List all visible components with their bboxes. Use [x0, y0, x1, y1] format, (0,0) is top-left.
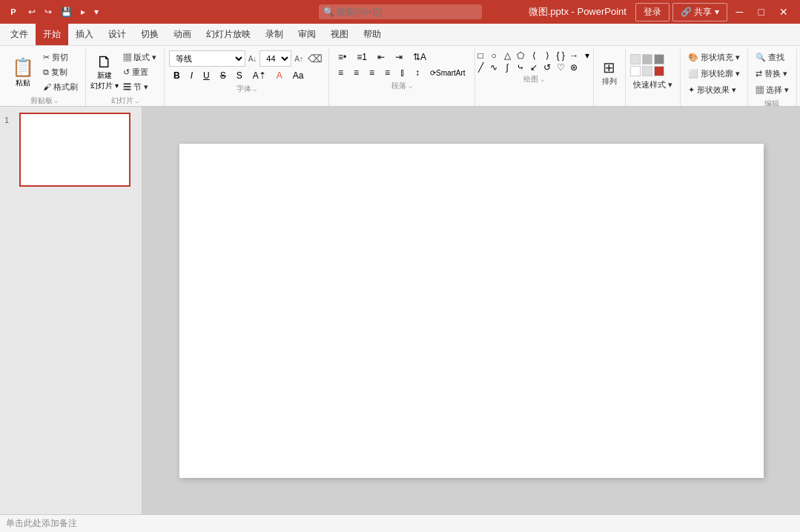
style-swatch-2[interactable]: [642, 54, 652, 64]
shape-elbow[interactable]: ↙: [528, 62, 540, 73]
menu-view[interactable]: 视图: [323, 24, 356, 45]
present-button[interactable]: ▸: [78, 5, 88, 19]
line-spacing-button[interactable]: ↕: [411, 66, 424, 79]
align-right-button[interactable]: ≡: [365, 66, 379, 79]
shape-freeform[interactable]: ∫: [501, 62, 513, 73]
style-swatch-5[interactable]: [642, 66, 652, 76]
align-center-button[interactable]: ≡: [349, 66, 363, 79]
style-swatch-4[interactable]: [630, 66, 641, 76]
font-label: 字体 ⌵: [169, 84, 324, 94]
close-button[interactable]: ✕: [773, 4, 794, 19]
clear-format-icon[interactable]: ⌫: [306, 53, 324, 64]
arrange-button[interactable]: ⊞ 排列: [598, 57, 621, 88]
strikethrough-button[interactable]: S: [216, 69, 231, 82]
shape-curve[interactable]: ∿: [488, 62, 500, 73]
underline-button[interactable]: U: [199, 69, 214, 82]
shape-custom[interactable]: ⊛: [568, 62, 580, 73]
shape-line[interactable]: ╱: [475, 62, 486, 73]
section-button[interactable]: ☰ 节 ▾: [120, 80, 159, 94]
smartart-convert-button[interactable]: ⟳SmartArt: [426, 67, 469, 79]
shape-outline-button[interactable]: ⬜ 形状轮廓 ▾: [685, 67, 743, 81]
paste-button[interactable]: 📋 粘贴: [7, 56, 39, 90]
style-swatch-1[interactable]: [630, 54, 641, 64]
columns-button[interactable]: ⫿: [396, 66, 409, 79]
notes-bar[interactable]: 单击此处添加备注: [0, 514, 800, 532]
login-button[interactable]: 登录: [635, 3, 670, 21]
font-color-button[interactable]: A: [272, 69, 287, 82]
new-slide-button[interactable]: 🗋 新建幻灯片 ▾: [90, 54, 119, 91]
search-input[interactable]: [319, 4, 482, 19]
shape-chevron-left[interactable]: ⟨: [528, 50, 540, 61]
undo-button[interactable]: ↩: [25, 5, 39, 19]
align-left-button[interactable]: ≡: [334, 66, 348, 79]
shapes-dropdown[interactable]: ▾: [581, 50, 593, 61]
save-button[interactable]: 💾: [58, 5, 75, 19]
menu-help[interactable]: 帮助: [356, 24, 389, 45]
menu-review[interactable]: 审阅: [291, 24, 323, 45]
menu-file[interactable]: 文件: [3, 24, 36, 45]
ribbon: 📋 粘贴 ✂ 剪切 ⧉ 复制 🖌 格式刷 剪贴板 ⌵ 🗋 新建幻灯片 ▾ ▦ 版…: [0, 46, 800, 107]
quickstyles-col: 快速样式 ▾: [630, 54, 675, 92]
shape-rect[interactable]: □: [475, 50, 486, 61]
font-size-down-icon[interactable]: A↓: [247, 55, 259, 63]
redo-button[interactable]: ↪: [42, 5, 55, 19]
shape-effects-button[interactable]: ✦ 形状效果 ▾: [685, 83, 743, 97]
menu-insert[interactable]: 插入: [68, 24, 101, 45]
reset-button[interactable]: ↺ 重置: [120, 65, 159, 79]
customize-quick-access[interactable]: ▾: [91, 5, 102, 19]
slide-1-number: 1: [4, 116, 16, 124]
shape-brace[interactable]: { }: [555, 50, 566, 61]
maximize-button[interactable]: □: [753, 4, 770, 19]
select-button[interactable]: ▦ 选择 ▾: [753, 83, 792, 97]
menu-animations[interactable]: 动画: [166, 24, 199, 45]
shapes-row1: □ ○ △ ⬠ ⟨ ⟩ { } → ▾: [475, 50, 593, 61]
justify-button[interactable]: ≡: [380, 66, 394, 79]
clipboard-label: 剪贴板 ⌵: [7, 96, 81, 106]
font-size-select[interactable]: 44: [259, 50, 291, 67]
style-swatch-6[interactable]: [654, 66, 664, 76]
menu-design[interactable]: 设计: [101, 24, 133, 45]
minimize-button[interactable]: ─: [730, 4, 750, 19]
numbering-button[interactable]: ≡1: [352, 50, 371, 64]
font-size-up-icon[interactable]: A↑: [293, 55, 305, 63]
find-button[interactable]: 🔍 查找: [753, 50, 792, 64]
bold-button[interactable]: B: [169, 69, 185, 82]
shape-heart[interactable]: ♡: [555, 62, 566, 73]
share-button[interactable]: 🔗 共享 ▾: [672, 3, 727, 21]
char-spacing-button[interactable]: A⇡: [248, 69, 271, 82]
shape-circle[interactable]: ○: [488, 50, 500, 61]
slide-1-wrap: 1: [4, 113, 137, 187]
shadow-button[interactable]: S: [232, 69, 247, 82]
style-swatch-3[interactable]: [654, 54, 664, 64]
menu-slideshow[interactable]: 幻灯片放映: [199, 24, 258, 45]
drawing-label: 绘图 ⌵: [480, 74, 589, 84]
shape-curved-arrow[interactable]: ↺: [541, 62, 553, 73]
slide-canvas[interactable]: [179, 144, 764, 478]
shape-triangle[interactable]: △: [501, 50, 513, 61]
bullets-button[interactable]: ≡•: [334, 50, 351, 64]
shape-chevron-right[interactable]: ⟩: [541, 50, 553, 61]
font-family-select[interactable]: 等线: [169, 50, 245, 67]
format-painter-button[interactable]: 🖌 格式刷: [40, 80, 81, 94]
menu-home[interactable]: 开始: [36, 24, 68, 45]
edit-content: 🔍 查找 ⇄ 替换 ▾ ▦ 选择 ▾: [753, 50, 792, 97]
decrease-indent-button[interactable]: ⇤: [373, 50, 389, 64]
layout-button[interactable]: ▦ 版式 ▾: [120, 50, 159, 64]
menu-transitions[interactable]: 切换: [133, 24, 166, 45]
ribbon-group-edit: 🔍 查找 ⇄ 替换 ▾ ▦ 选择 ▾ 编辑: [748, 49, 797, 106]
edit-label: 编辑: [753, 99, 792, 107]
shape-connector[interactable]: ⤷: [515, 62, 526, 73]
slide-1-thumbnail[interactable]: [19, 113, 130, 187]
replace-button[interactable]: ⇄ 替换 ▾: [753, 67, 792, 81]
quickstyles-dropdown[interactable]: 快速样式 ▾: [630, 78, 675, 92]
shape-arrow[interactable]: →: [568, 50, 580, 61]
text-direction-button[interactable]: ⇅A: [409, 50, 431, 64]
increase-indent-button[interactable]: ⇥: [391, 50, 407, 64]
menu-record[interactable]: 录制: [258, 24, 291, 45]
shape-pentagon[interactable]: ⬠: [515, 50, 526, 61]
italic-button[interactable]: I: [186, 69, 197, 82]
copy-button[interactable]: ⧉ 复制: [40, 65, 81, 79]
shape-fill-button[interactable]: 🎨 形状填充 ▾: [685, 50, 743, 64]
change-case-button[interactable]: Aa: [288, 69, 308, 82]
cut-button[interactable]: ✂ 剪切: [40, 50, 81, 64]
